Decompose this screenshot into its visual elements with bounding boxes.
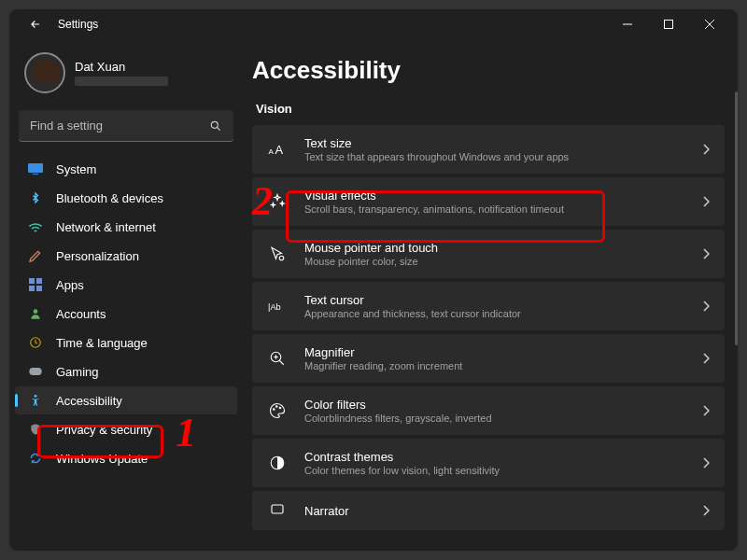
card-title: Contrast themes <box>304 450 500 464</box>
card-desc: Mouse pointer color, size <box>304 256 438 267</box>
colorfilters-icon <box>267 402 288 419</box>
window-controls <box>607 9 730 39</box>
svg-rect-28 <box>272 505 283 513</box>
sidebar-item-network[interactable]: Network & internet <box>15 213 237 241</box>
sidebar-item-label: Personalization <box>56 249 139 263</box>
sidebar-item-system[interactable]: System <box>15 155 237 183</box>
card-desc: Colorblindness filters, grayscale, inver… <box>304 413 492 424</box>
card-desc: Magnifier reading, zoom increment <box>304 360 462 371</box>
profile-email-placeholder <box>75 77 168 86</box>
sidebar-item-accounts[interactable]: Accounts <box>15 300 237 328</box>
sidebar-item-accessibility[interactable]: Accessibility <box>15 386 237 414</box>
svg-rect-11 <box>36 286 42 291</box>
svg-rect-10 <box>29 286 35 291</box>
app-title: Settings <box>58 18 98 31</box>
svg-point-15 <box>35 395 37 398</box>
svg-text:A: A <box>275 143 284 157</box>
chevron-right-icon <box>702 457 710 469</box>
accounts-icon <box>28 306 43 321</box>
back-button[interactable] <box>24 13 47 35</box>
avatar <box>24 52 65 93</box>
card-title: Color filters <box>304 398 492 412</box>
card-desc: Text size that appears throughout Window… <box>304 151 569 162</box>
sidebar-item-label: Network & internet <box>56 220 156 234</box>
sidebar-item-gaming[interactable]: Gaming <box>15 357 237 385</box>
card-text-size[interactable]: AA Text sizeText size that appears throu… <box>252 125 725 174</box>
effects-icon <box>267 193 288 210</box>
apps-icon <box>28 277 43 292</box>
card-contrast-themes[interactable]: Contrast themesColor themes for low visi… <box>252 439 725 487</box>
card-title: Text size <box>304 136 569 150</box>
search-placeholder: Find a setting <box>30 119 209 133</box>
svg-point-26 <box>279 407 281 409</box>
card-visual-effects[interactable]: Visual effectsScroll bars, transparency,… <box>252 177 725 226</box>
svg-point-24 <box>274 409 275 411</box>
chevron-right-icon <box>702 405 710 416</box>
card-color-filters[interactable]: Color filtersColorblindness filters, gra… <box>252 386 725 435</box>
card-desc: Scroll bars, transparency, animations, n… <box>304 203 564 215</box>
network-icon <box>28 219 43 234</box>
minimize-button[interactable] <box>607 9 648 39</box>
chevron-right-icon <box>702 353 710 364</box>
cursor-icon: |Ab <box>267 299 288 314</box>
card-title: Visual effects <box>304 189 564 203</box>
sidebar-item-label: Time & language <box>56 336 148 350</box>
contrast-icon <box>267 455 288 471</box>
section-heading: Vision <box>256 102 734 116</box>
profile-name: Dat Xuan <box>75 60 168 74</box>
close-button[interactable] <box>689 9 730 39</box>
sidebar-item-label: Windows Update <box>56 452 148 466</box>
scrollbar[interactable] <box>735 91 738 345</box>
titlebar: Settings <box>9 9 738 39</box>
svg-text:|Ab: |Ab <box>268 302 281 312</box>
sidebar-item-label: Apps <box>56 278 84 292</box>
sidebar-item-apps[interactable]: Apps <box>15 271 237 299</box>
settings-window: Settings Dat Xuan Find a setting System … <box>9 9 738 551</box>
sidebar-item-privacy[interactable]: Privacy & security <box>15 415 237 443</box>
svg-rect-9 <box>36 278 42 284</box>
accessibility-icon <box>28 393 43 408</box>
svg-rect-1 <box>665 21 673 29</box>
maximize-button[interactable] <box>648 9 689 39</box>
sidebar-item-label: Accounts <box>56 307 106 321</box>
sidebar-item-bluetooth[interactable]: Bluetooth & devices <box>15 184 237 212</box>
personalization-icon <box>28 248 43 263</box>
sidebar-item-update[interactable]: Windows Update <box>15 444 237 472</box>
svg-rect-8 <box>29 278 35 284</box>
narrator-icon <box>267 502 288 519</box>
card-mouse-pointer[interactable]: Mouse pointer and touchMouse pointer col… <box>252 230 725 278</box>
svg-rect-14 <box>29 368 41 375</box>
profile[interactable]: Dat Xuan <box>9 47 243 106</box>
sidebar-item-label: Privacy & security <box>56 423 152 437</box>
card-narrator[interactable]: Narrator <box>252 491 725 530</box>
sidebar-item-personalization[interactable]: Personalization <box>15 242 237 270</box>
card-desc: Color themes for low vision, light sensi… <box>304 465 500 476</box>
card-magnifier[interactable]: MagnifierMagnifier reading, zoom increme… <box>252 334 725 383</box>
card-text-cursor[interactable]: |Ab Text cursorAppearance and thickness,… <box>252 282 725 330</box>
search-input[interactable]: Find a setting <box>19 110 233 142</box>
chevron-right-icon <box>702 505 710 516</box>
main-content: Accessibility Vision AA Text sizeText si… <box>243 39 738 551</box>
privacy-icon <box>28 422 43 437</box>
update-icon <box>28 451 43 466</box>
nav: System Bluetooth & devices Network & int… <box>9 151 243 476</box>
system-icon <box>28 161 43 176</box>
sidebar: Dat Xuan Find a setting System Bluetooth… <box>9 39 243 551</box>
card-title: Magnifier <box>304 345 462 359</box>
svg-point-12 <box>34 309 38 314</box>
svg-rect-6 <box>28 163 43 173</box>
bluetooth-icon <box>28 190 43 205</box>
card-title: Narrator <box>304 504 349 518</box>
time-icon <box>28 335 43 350</box>
sidebar-item-time[interactable]: Time & language <box>15 329 237 357</box>
sidebar-item-label: Gaming <box>56 365 99 379</box>
svg-text:A: A <box>268 147 274 156</box>
search-icon <box>209 119 222 133</box>
card-title: Mouse pointer and touch <box>304 241 438 255</box>
svg-line-21 <box>279 360 284 365</box>
svg-point-18 <box>279 256 284 260</box>
svg-point-25 <box>276 406 278 408</box>
svg-point-4 <box>211 121 218 128</box>
chevron-right-icon <box>702 301 710 312</box>
mouse-icon <box>267 245 288 262</box>
